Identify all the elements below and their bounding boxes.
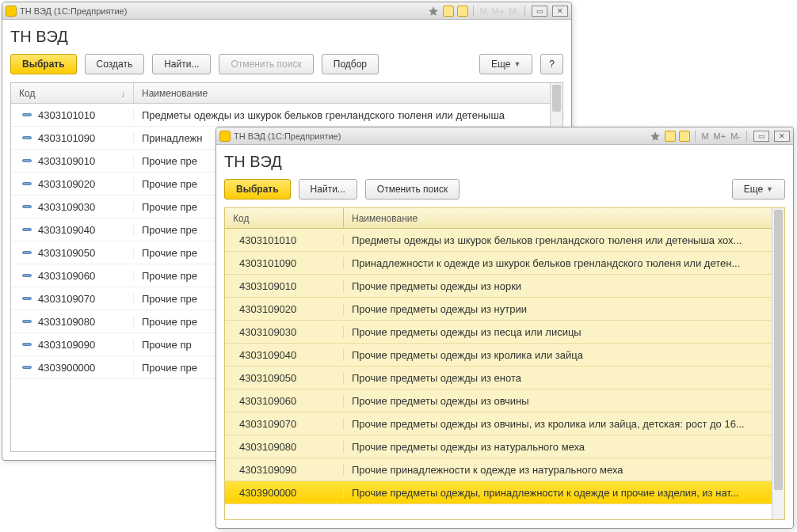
col-code-header[interactable]: Код ↓ xyxy=(11,83,134,103)
cancel-search-button[interactable]: Отменить поиск xyxy=(219,54,313,74)
cell-code: 4303109040 xyxy=(11,224,134,236)
mem-mminus: M- xyxy=(508,6,520,16)
chevron-down-icon: ▼ xyxy=(513,60,521,68)
maximize-button[interactable]: ▭ xyxy=(753,131,769,142)
row-icon xyxy=(22,251,32,254)
col-name-header[interactable]: Наименование xyxy=(344,208,772,228)
calendar-icon[interactable] xyxy=(679,131,690,142)
cell-code: 4303101010 xyxy=(11,109,134,121)
mem-mminus[interactable]: M- xyxy=(730,131,742,141)
page-title: ТН ВЭД xyxy=(10,28,563,46)
cell-code: 4303109090 xyxy=(225,464,344,476)
table-row[interactable]: 4303109040Прочие предметы одежды из крол… xyxy=(225,344,772,367)
mem-mplus[interactable]: M+ xyxy=(713,131,727,141)
table-row[interactable]: 4303109090Прочие принадлежности к одежде… xyxy=(225,458,772,481)
cell-code: 4303900000 xyxy=(225,487,344,499)
cell-name: Предметы одежды из шкурок бельков гренла… xyxy=(134,109,550,121)
choose-button[interactable]: Выбрать xyxy=(224,179,291,200)
app-logo-icon xyxy=(6,6,17,17)
cell-code: 4303109050 xyxy=(11,247,134,259)
cell-code: 4303109020 xyxy=(11,178,134,190)
cell-name: Прочие принадлежности к одежде из натура… xyxy=(344,464,772,476)
table-row[interactable]: 4303900000Прочие предметы одежды, принад… xyxy=(225,481,772,504)
row-icon xyxy=(22,113,32,116)
table-row[interactable]: 4303109070Прочие предметы одежды из овчи… xyxy=(225,412,772,435)
table-row[interactable]: 4303109050Прочие предметы одежды из енот… xyxy=(225,367,772,390)
calculator-icon[interactable] xyxy=(665,131,676,142)
row-icon xyxy=(22,182,32,185)
calendar-icon[interactable] xyxy=(457,6,468,17)
page-title: ТН ВЭД xyxy=(224,153,785,171)
vertical-scrollbar[interactable] xyxy=(772,208,784,519)
cell-code: 4303109060 xyxy=(225,395,344,407)
row-icon xyxy=(22,205,32,208)
cancel-search-button[interactable]: Отменить поиск xyxy=(365,179,460,200)
window-front: ТН ВЭД (1С:Предприятие) M M+ M- ▭ ✕ ТН В… xyxy=(215,127,794,529)
cell-code: 4303109080 xyxy=(225,441,344,453)
chevron-down-icon: ▼ xyxy=(766,185,773,193)
cell-name: Прочие предметы одежды из овчины xyxy=(344,395,772,407)
cell-code: 4303109060 xyxy=(11,270,134,282)
toolbar: Выбрать Создать Найти... Отменить поиск … xyxy=(10,54,563,74)
cell-code: 4303109080 xyxy=(11,316,134,328)
mem-m: M xyxy=(479,6,487,16)
cell-code: 4303900000 xyxy=(11,362,134,374)
cell-name: Прочие предметы одежды из песца или лиси… xyxy=(344,326,772,338)
table-row[interactable]: 4303109060Прочие предметы одежды из овчи… xyxy=(225,390,772,412)
cell-code: 4303109020 xyxy=(225,303,344,315)
create-button[interactable]: Создать xyxy=(85,54,145,74)
row-icon xyxy=(22,159,32,162)
close-button[interactable]: ✕ xyxy=(774,131,790,142)
cell-name: Прочие предметы одежды из кролика или за… xyxy=(344,349,772,361)
cell-name: Прочие предметы одежды из овчины, из кро… xyxy=(344,418,772,430)
cell-name: Прочие предметы одежды из нутрии xyxy=(344,303,772,315)
cell-name: Прочие предметы одежды из енота xyxy=(344,372,772,384)
cell-code: 4303109010 xyxy=(225,280,344,292)
pick-button[interactable]: Подбор xyxy=(322,54,379,74)
titlebar[interactable]: ТН ВЭД (1С:Предприятие) M M+ M- ▭ ✕ xyxy=(2,2,571,20)
col-code-header[interactable]: Код xyxy=(225,208,344,228)
mem-m[interactable]: M xyxy=(700,131,709,141)
table-row[interactable]: 4303109030Прочие предметы одежды из песц… xyxy=(225,321,772,344)
row-icon xyxy=(22,343,32,346)
favorite-icon[interactable] xyxy=(427,5,440,17)
help-button[interactable]: ? xyxy=(540,54,563,74)
cell-code: 4303109030 xyxy=(225,326,344,338)
cell-name: Прочие предметы одежды, принадлежности к… xyxy=(344,487,772,499)
titlebar[interactable]: ТН ВЭД (1С:Предприятие) M M+ M- ▭ ✕ xyxy=(216,127,793,145)
table-row[interactable]: 4303109010Прочие предметы одежды из норк… xyxy=(225,275,772,298)
cell-code: 4303109030 xyxy=(11,201,134,213)
choose-button[interactable]: Выбрать xyxy=(10,54,77,74)
col-name-header[interactable]: Наименование xyxy=(134,83,550,103)
table-row[interactable]: 4303101090Принадлежности к одежде из шку… xyxy=(225,252,772,275)
table-row[interactable]: 4303101010Предметы одежды из шкурок бель… xyxy=(11,104,550,127)
row-icon xyxy=(22,297,32,300)
row-icon xyxy=(22,274,32,277)
cell-name: Принадлежности к одежде из шкурок белько… xyxy=(344,257,772,269)
table-row[interactable]: 4303101010Предметы одежды из шкурок бель… xyxy=(225,229,772,252)
cell-code: 4303109090 xyxy=(11,339,134,351)
cell-name: Прочие предметы одежды из натурального м… xyxy=(344,441,772,453)
calculator-icon[interactable] xyxy=(443,6,454,17)
row-icon xyxy=(22,136,32,139)
cell-code: 4303101090 xyxy=(11,132,134,144)
cell-name: Предметы одежды из шкурок бельков гренла… xyxy=(344,234,772,246)
row-icon xyxy=(22,366,32,369)
table-row[interactable]: 4303109020Прочие предметы одежды из нутр… xyxy=(225,298,772,321)
mem-mplus: M+ xyxy=(491,6,505,16)
find-button[interactable]: Найти... xyxy=(152,54,211,74)
find-button[interactable]: Найти... xyxy=(299,179,357,200)
titlebar-icons: M M+ M- ▭ ✕ xyxy=(427,5,568,17)
table: Код Наименование 4303101010Предметы одеж… xyxy=(224,207,785,520)
cell-code: 4303101010 xyxy=(225,234,344,246)
toolbar: Выбрать Найти... Отменить поиск Еще▼ xyxy=(224,179,785,200)
close-button[interactable]: ✕ xyxy=(552,6,568,17)
more-button[interactable]: Еще▼ xyxy=(732,179,785,200)
table-row[interactable]: 4303109080Прочие предметы одежды из нату… xyxy=(225,435,772,458)
more-button[interactable]: Еще▼ xyxy=(479,54,532,74)
app-logo-icon xyxy=(219,131,231,142)
row-icon xyxy=(22,320,32,323)
favorite-icon[interactable] xyxy=(649,130,662,142)
cell-code: 4303109070 xyxy=(225,418,344,430)
maximize-button[interactable]: ▭ xyxy=(532,6,547,17)
